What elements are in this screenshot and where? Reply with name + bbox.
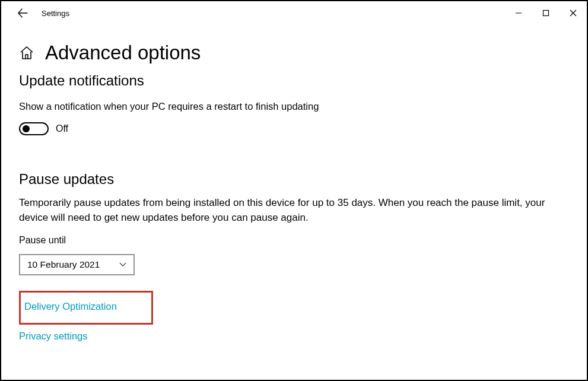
pause-updates-heading: Pause updates — [19, 171, 569, 188]
chevron-down-icon — [119, 262, 126, 267]
update-notifications-heading: Update notifications — [19, 72, 569, 89]
maximize-icon — [542, 9, 549, 17]
privacy-settings-row: Privacy settings — [19, 331, 569, 342]
page-header: Advanced options — [19, 42, 569, 64]
notification-toggle-label: Off — [56, 123, 68, 134]
notification-toggle[interactable] — [19, 122, 49, 135]
delivery-optimization-link[interactable]: Delivery Optimization — [24, 301, 117, 312]
privacy-settings-link[interactable]: Privacy settings — [19, 331, 88, 342]
close-icon — [570, 9, 577, 17]
minimize-icon — [515, 9, 522, 17]
pause-updates-description: Temporarily pause updates from being ins… — [19, 196, 565, 225]
pause-until-select[interactable]: 10 February 2021 — [19, 254, 135, 275]
back-arrow-icon — [17, 8, 28, 18]
maximize-button[interactable] — [532, 4, 560, 23]
page-title: Advanced options — [45, 42, 201, 64]
pause-until-label: Pause until — [19, 235, 569, 246]
window-controls — [505, 4, 587, 23]
title-bar: Settings — [1, 1, 587, 25]
content-area: Advanced options Update notifications Sh… — [1, 42, 587, 342]
minimize-button[interactable] — [505, 4, 532, 23]
delivery-optimization-highlight: Delivery Optimization — [19, 291, 153, 325]
toggle-knob — [23, 125, 30, 132]
update-notifications-description: Show a notification when your PC require… — [19, 100, 569, 113]
notification-toggle-row: Off — [19, 122, 569, 135]
back-button[interactable] — [12, 2, 33, 24]
svg-rect-1 — [543, 11, 549, 16]
close-button[interactable] — [560, 4, 587, 23]
home-icon[interactable] — [19, 45, 34, 61]
app-title: Settings — [42, 9, 69, 18]
pause-until-selected-value: 10 February 2021 — [27, 259, 100, 270]
